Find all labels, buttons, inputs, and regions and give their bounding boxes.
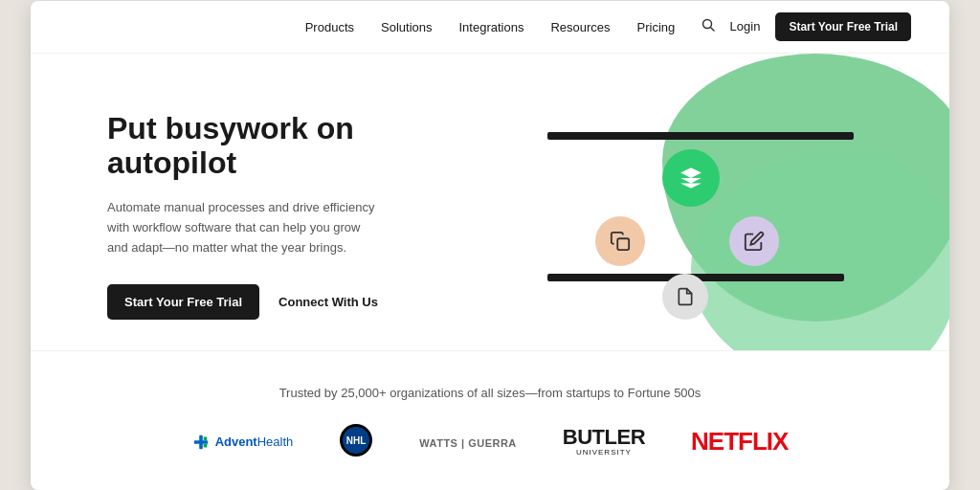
nav-solutions[interactable]: Solutions xyxy=(381,20,432,34)
navbar: Products Solutions Integrations Resource… xyxy=(31,1,949,54)
hero-buttons: Start Your Free Trial Connect With Us xyxy=(107,284,452,320)
browser-window: Products Solutions Integrations Resource… xyxy=(31,1,949,490)
nhl-logo: NHL xyxy=(339,423,373,461)
nav-links: Products Solutions Integrations Resource… xyxy=(305,18,676,35)
trusted-tagline: Trusted by 25,000+ organizations of all … xyxy=(69,386,911,400)
hero-illustration xyxy=(490,54,949,350)
search-icon[interactable] xyxy=(702,18,715,34)
butler-logo: BUTLER UNIVERSITY xyxy=(563,427,645,457)
trusted-section: Trusted by 25,000+ organizations of all … xyxy=(31,350,949,490)
hero-description: Automate manual processes and drive effi… xyxy=(107,198,375,257)
svg-rect-5 xyxy=(203,436,207,440)
nav-pricing[interactable]: Pricing xyxy=(637,20,676,34)
netflix-logo: NETFLIX xyxy=(691,427,788,457)
svg-rect-4 xyxy=(193,440,207,444)
hero-title: Put busywork on autopilot xyxy=(107,111,452,182)
nav-trial-button[interactable]: Start Your Free Trial xyxy=(775,12,911,41)
watts-guerra-logo: WATTS | GUERRA xyxy=(419,434,517,451)
svg-line-1 xyxy=(710,28,714,32)
nav-integrations[interactable]: Integrations xyxy=(458,20,523,34)
svg-rect-6 xyxy=(203,443,207,447)
advent-cross-icon xyxy=(192,434,210,451)
hero-content: Put busywork on autopilot Automate manua… xyxy=(107,92,452,350)
logos-row: AdventHealth NHL WATTS | GUERRA BUTLER U… xyxy=(69,423,911,461)
hero-trial-button[interactable]: Start Your Free Trial xyxy=(107,284,259,320)
nav-resources[interactable]: Resources xyxy=(550,20,610,34)
nav-right: Login Start Your Free Trial xyxy=(702,12,911,41)
svg-rect-2 xyxy=(617,238,629,250)
layers-icon-circle xyxy=(662,149,720,207)
hero-section: Put busywork on autopilot Automate manua… xyxy=(31,54,949,350)
login-button[interactable]: Login xyxy=(730,19,761,33)
svg-text:NHL: NHL xyxy=(346,435,367,446)
advent-health-logo: AdventHealth xyxy=(192,434,294,451)
copy-icon-circle xyxy=(595,216,645,266)
doc-icon-circle xyxy=(662,274,708,320)
bar-top xyxy=(547,132,854,140)
nav-products[interactable]: Products xyxy=(305,20,354,34)
connect-button[interactable]: Connect With Us xyxy=(278,295,378,309)
edit-icon-circle xyxy=(729,216,779,266)
